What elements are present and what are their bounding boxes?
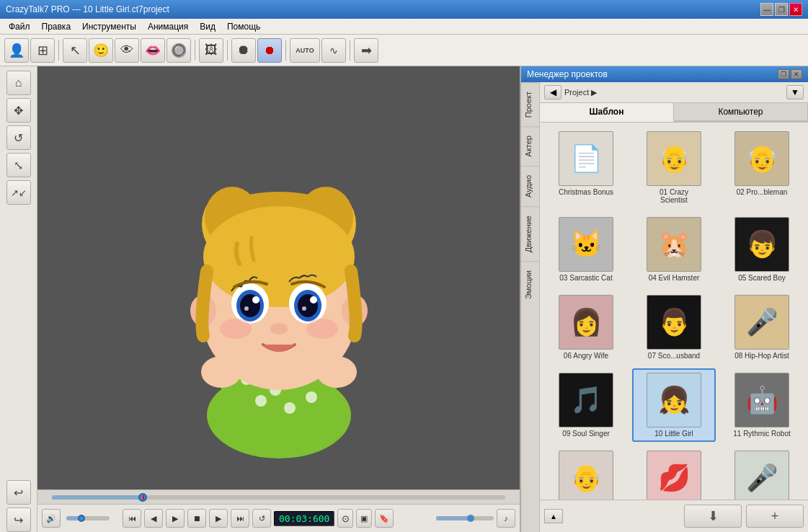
toolbar-face[interactable]: 🙂 xyxy=(89,38,113,63)
project-manager-panel: Менеджер проектов ❐ ✕ Проект Актер Аудио… xyxy=(520,66,808,532)
grid-item-flirting[interactable]: 💋13 Flirting xyxy=(632,446,716,500)
screen-btn[interactable]: ▣ xyxy=(356,509,372,528)
grid-item-soul_singer[interactable]: 🎵09 Soul Singer xyxy=(544,368,628,442)
tool-home[interactable]: ⌂ xyxy=(6,71,31,95)
timecode-display: 00:03:600 xyxy=(274,511,334,526)
volume-thumb[interactable] xyxy=(78,515,85,522)
volume-slider[interactable] xyxy=(66,516,110,520)
item-thumb-sarcastic_cat: 🐱 xyxy=(559,217,613,272)
toolbar-record[interactable]: ⏺ xyxy=(231,38,256,63)
grid-item-crazy_scientist[interactable]: 👴01 Crazy Scientist xyxy=(632,127,716,208)
menu-file[interactable]: Файл xyxy=(3,20,36,33)
next-frame-button[interactable]: ▶ xyxy=(209,509,228,528)
title-bar: CrazyTalk7 PRO --- 10 Little Girl.ct7pro… xyxy=(0,0,808,19)
playback-speed-slider[interactable] xyxy=(436,516,494,520)
tool-undo[interactable]: ↩ xyxy=(6,480,31,505)
grid-item-rythmic_robot[interactable]: 🤖11 Rythmic Robot xyxy=(720,368,804,442)
tool-rotate[interactable]: ↺ xyxy=(6,125,31,150)
pm-back-button[interactable]: ◀ xyxy=(544,85,561,99)
item-thumb-freestyle_rap: 🎤 xyxy=(734,451,789,500)
toolbar-export[interactable]: ➡ xyxy=(354,38,378,63)
prev-frame-button[interactable]: ◀ xyxy=(144,509,163,528)
toolbar-eye[interactable]: 👁 xyxy=(115,38,139,63)
fast-forward-button[interactable]: ⏭ xyxy=(231,509,249,528)
pm-tabs: Шаблон Компьютер xyxy=(540,103,808,123)
grid-item-probleman[interactable]: 👴02 Pro...bleman xyxy=(720,127,804,208)
item-label-little_girl: 10 Little Girl xyxy=(654,430,693,438)
timecode-settings[interactable]: ⊙ xyxy=(337,509,353,528)
side-tab-project[interactable]: Проект xyxy=(521,82,539,126)
menu-animation[interactable]: Анимация xyxy=(142,20,194,33)
toolbar-sep-4 xyxy=(285,40,286,61)
toolbar-auto[interactable]: AUTO xyxy=(290,38,320,63)
grid-item-freestyle_rap[interactable]: 🎤14 Freestyle Rap xyxy=(720,446,804,500)
loop-button[interactable]: ↺ xyxy=(252,509,271,528)
play-button[interactable]: ▶ xyxy=(166,509,185,528)
side-tab-emotions[interactable]: Эмоции xyxy=(521,261,539,308)
stop-button[interactable]: ⏹ xyxy=(187,509,206,528)
restore-button[interactable]: ❐ xyxy=(775,3,788,16)
toolbar-person[interactable]: 👤 xyxy=(4,38,29,63)
item-label-scotusband: 07 Sco...usband xyxy=(648,352,700,360)
menu-view[interactable]: Вид xyxy=(194,20,221,33)
speaker-icon[interactable]: 🔊 xyxy=(42,509,61,528)
side-tab-actor[interactable]: Актер xyxy=(521,126,539,165)
audio-icon[interactable]: ♪ xyxy=(497,509,515,528)
toolbar-wave[interactable]: ∿ xyxy=(321,38,346,63)
toolbar-mouth[interactable]: 👄 xyxy=(141,38,165,63)
pm-download-button[interactable]: ⬇ xyxy=(684,505,742,528)
item-label-rythmic_robot: 11 Rythmic Robot xyxy=(733,430,790,438)
bookmark-btn[interactable]: 🔖 xyxy=(375,509,394,528)
menu-tools[interactable]: Инструменты xyxy=(76,20,142,33)
close-button[interactable]: ✕ xyxy=(789,3,802,16)
menu-help[interactable]: Помощь xyxy=(221,20,266,33)
grid-item-sarcastic_cat[interactable]: 🐱03 Sarcastic Cat xyxy=(544,213,628,286)
grid-item-evil_hamster[interactable]: 🐹04 Evil Hamster xyxy=(632,213,716,286)
pm-add-button[interactable]: + xyxy=(746,505,804,528)
item-thumb-flirting: 💋 xyxy=(647,451,701,500)
menu-edit[interactable]: Правка xyxy=(36,20,77,33)
timeline-track[interactable] xyxy=(37,490,520,505)
tab-computer[interactable]: Компьютер xyxy=(674,103,808,122)
toolbar-image[interactable]: 🖼 xyxy=(199,38,223,63)
item-label-christmas_bonus: Christmas Bonus xyxy=(559,188,613,196)
tool-scale[interactable]: ⤡ xyxy=(6,153,31,177)
canvas-area[interactable] xyxy=(37,66,520,489)
grid-item-hiphop_artist[interactable]: 🎤08 Hip-Hop Artist xyxy=(720,291,804,364)
pm-body: Проект Актер Аудио Движение Эмоции ◀ Pro… xyxy=(521,82,808,532)
item-label-soul_singer: 09 Soul Singer xyxy=(562,430,610,438)
rewind-button[interactable]: ⏮ xyxy=(123,509,141,528)
window-controls: — ❐ ✕ xyxy=(760,3,802,16)
item-thumb-little_girl: 👧 xyxy=(647,373,701,427)
toolbar-sep-3 xyxy=(227,40,228,61)
pm-nav: ◀ Project ▶ ▼ xyxy=(540,82,808,103)
pm-restore-button[interactable]: ❐ xyxy=(778,69,789,79)
minimize-button[interactable]: — xyxy=(760,3,773,16)
toolbar-cursor[interactable]: ↖ xyxy=(63,38,87,63)
toolbar-head[interactable]: 🔘 xyxy=(167,38,191,63)
item-thumb-probleman: 👴 xyxy=(734,131,789,186)
side-tab-movement[interactable]: Движение xyxy=(521,206,539,261)
pm-view-button[interactable]: ▼ xyxy=(786,85,804,99)
timeline-slider[interactable] xyxy=(52,495,505,500)
side-tab-audio[interactable]: Аудио xyxy=(521,166,539,206)
tool-redo[interactable]: ↪ xyxy=(6,507,31,532)
grid-item-dare[interactable]: 👴12 Dare xyxy=(544,446,628,500)
grid-item-scotusband[interactable]: 👨07 Sco...usband xyxy=(632,291,716,364)
menu-bar: Файл Правка Инструменты Анимация Вид Пом… xyxy=(0,19,808,35)
toolbar-script[interactable]: ⏺ xyxy=(257,38,282,63)
toolbar-grid[interactable]: ⊞ xyxy=(30,38,55,63)
pm-content: ◀ Project ▶ ▼ Шаблон Компьютер 📄Christma… xyxy=(540,82,808,532)
tool-move[interactable]: ✥ xyxy=(6,98,31,123)
pm-collapse-button[interactable]: ▲ xyxy=(544,509,563,523)
grid-item-scared_boy[interactable]: 👦05 Scared Boy xyxy=(720,213,804,286)
item-label-evil_hamster: 04 Evil Hamster xyxy=(649,274,700,282)
tool-zoom[interactable]: ↗↙ xyxy=(6,180,31,205)
grid-item-angry_wife[interactable]: 👩06 Angry Wife xyxy=(544,291,628,364)
pm-window-controls: ❐ ✕ xyxy=(778,69,802,79)
playback-speed-thumb[interactable] xyxy=(467,515,474,522)
grid-item-christmas_bonus[interactable]: 📄Christmas Bonus xyxy=(544,127,628,208)
pm-close-button[interactable]: ✕ xyxy=(791,69,802,79)
grid-item-little_girl[interactable]: 👧10 Little Girl xyxy=(632,368,716,442)
tab-template[interactable]: Шаблон xyxy=(540,103,674,122)
